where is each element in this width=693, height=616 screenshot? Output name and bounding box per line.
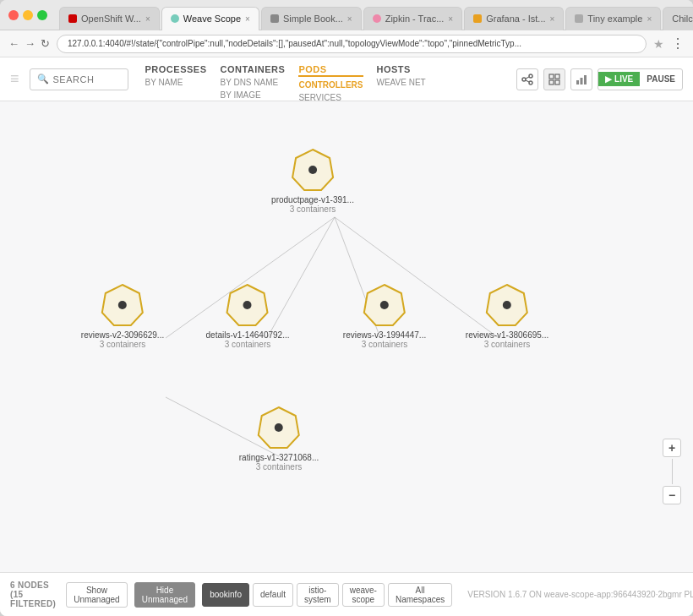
tab-label: Simple Book... [283,14,343,24]
nav-weave-net[interactable]: WEAVE NET [377,76,426,89]
play-icon: ▶ [605,74,612,84]
tab-label: Zipkin - Trac... [385,14,445,24]
share-button[interactable] [516,68,538,90]
topology-view-button[interactable] [543,68,565,90]
nav-pods-subs: CONTROLLERS SERVICES [298,79,363,104]
tab-label: Weave Scope [183,14,241,24]
node-productpage[interactable]: productpage-v1-391... 3 containers [271,148,354,214]
ns-all-namespaces[interactable]: All Namespaces [388,583,452,607]
bookmark-button[interactable]: ★ [653,37,664,51]
zoom-slider-track [672,459,673,484]
tab-chilcano[interactable]: Chilcano [663,7,693,30]
svg-point-26 [503,301,511,309]
app-content: ≡ 🔍 PROCESSES BY NAME CONTAINERS BY DNS … [0,57,693,616]
browser-window: OpenShift W... × Weave Scope × Simple Bo… [0,0,693,616]
zoom-out-button[interactable]: − [663,486,681,504]
tab-close[interactable]: × [145,14,150,24]
nav-buttons: ← → ↻ [8,37,50,50]
node-reviews-v1[interactable]: reviews-v1-3806695... 3 containers [466,283,548,349]
svg-line-4 [526,80,529,82]
reload-button[interactable]: ↻ [41,37,50,50]
node-reviews-v2[interactable]: reviews-v2-3096629... 3 containers [81,283,164,349]
svg-point-20 [118,301,127,309]
main-canvas: productpage-v1-391... 3 containers revie… [0,101,693,572]
tab-label: Tiny example [587,14,642,24]
details-shape [226,283,270,327]
pause-button[interactable]: PAUSE [640,72,682,86]
nav-pods[interactable]: PODS CONTROLLERS SERVICES [298,57,363,101]
book-icon [270,14,279,23]
nav-hosts[interactable]: HOSTS WEAVE NET [377,57,426,101]
reviews-v1-shape [485,283,529,327]
back-button[interactable]: ← [8,37,19,50]
ns-weave-scope[interactable]: weave-scope [342,583,385,607]
tab-openshift[interactable]: OpenShift W... × [59,7,160,30]
toolbar-right: ▶ LIVE PAUSE [516,68,683,90]
tab-bookinfo[interactable]: Simple Book... × [261,7,362,30]
tab-tiny[interactable]: Tiny example × [565,7,661,30]
ns-default[interactable]: default [253,583,293,607]
url-text: 127.0.0.1:4040/#!/state/{"controlPipe":n… [68,39,636,48]
svg-rect-10 [581,78,583,84]
live-button[interactable]: ▶ LIVE [598,72,640,86]
tab-weave[interactable]: Weave Scope × [161,7,259,30]
resource-view-button[interactable] [570,68,592,90]
app-toolbar: ≡ 🔍 PROCESSES BY NAME CONTAINERS BY DNS … [0,57,693,101]
tab-label: Grafana - Ist... [486,14,545,24]
tab-grafana[interactable]: Grafana - Ist... × [464,7,564,30]
forward-button[interactable]: → [25,37,35,50]
bottom-bar: 6 NODES (15 FILTERED) Show Unmanaged Hid… [0,572,693,616]
grafana-icon [473,14,482,23]
close-button[interactable] [8,10,19,20]
details-sublabel: 3 containers [225,340,270,349]
productpage-label: productpage-v1-391... [271,195,354,204]
nav-by-name[interactable]: BY NAME [145,76,207,89]
node-details[interactable]: details-v1-14640792... 3 containers [206,283,290,349]
url-field[interactable]: 127.0.0.1:4040/#!/state/{"controlPipe":n… [57,35,647,53]
tab-close[interactable]: × [245,14,250,24]
nav-hosts-label: HOSTS [377,64,426,74]
tab-close[interactable]: × [448,14,453,24]
reviews-v1-sublabel: 3 containers [484,340,530,349]
node-ratings[interactable]: ratings-v1-3271068... 3 containers [239,406,319,472]
ns-istio-system[interactable]: istio-system [297,583,339,607]
show-unmanaged-button[interactable]: Show Unmanaged [66,582,127,608]
tab-close[interactable]: × [550,14,555,24]
reviews-v3-shape [363,283,407,327]
tab-close[interactable]: × [347,14,352,24]
zipkin-icon [373,14,381,23]
title-bar: OpenShift W... × Weave Scope × Simple Bo… [0,0,693,30]
menu-button[interactable]: ⋮ [671,35,685,52]
svg-point-1 [522,78,526,81]
nav-controllers[interactable]: CONTROLLERS [298,79,363,91]
svg-rect-9 [576,80,579,84]
ratings-sublabel: 3 containers [256,462,302,472]
details-label: details-v1-14640792... [206,330,290,340]
nav-processes-label: PROCESSES [145,64,207,74]
version-info: VERSION 1.6.7 ON weave-scope-app:9664439… [467,590,693,599]
search-box[interactable]: 🔍 [30,68,128,90]
tab-zipkin[interactable]: Zipkin - Trac... × [363,7,463,30]
nav-by-dns[interactable]: BY DNS NAME [220,76,285,89]
nav-processes[interactable]: PROCESSES BY NAME [145,57,207,101]
traffic-lights [8,10,47,20]
nav-containers[interactable]: CONTAINERS BY DNS NAME BY IMAGE [220,57,285,101]
zoom-in-button[interactable]: + [663,439,681,457]
minimize-button[interactable] [23,10,33,20]
live-pause-control: ▶ LIVE PAUSE [598,68,683,90]
search-icon: 🔍 [37,74,49,84]
nav-by-image[interactable]: BY IMAGE [220,89,285,101]
tab-close[interactable]: × [647,14,652,24]
svg-point-2 [529,81,532,84]
zoom-controls: + − [663,439,681,504]
tab-label: OpenShift W... [81,14,141,24]
maximize-button[interactable] [37,10,47,20]
hide-unmanaged-button[interactable]: Hide Unmanaged [134,582,195,608]
search-input[interactable] [53,74,121,84]
ns-bookinfo[interactable]: bookinfo [202,583,249,607]
namespace-tags: bookinfo default istio-system weave-scop… [202,583,452,607]
productpage-shape [291,148,335,192]
node-reviews-v3[interactable]: reviews-v3-1994447... 3 containers [343,283,426,349]
reviews-v2-shape [101,283,145,327]
ratings-label: ratings-v1-3271068... [239,453,319,462]
